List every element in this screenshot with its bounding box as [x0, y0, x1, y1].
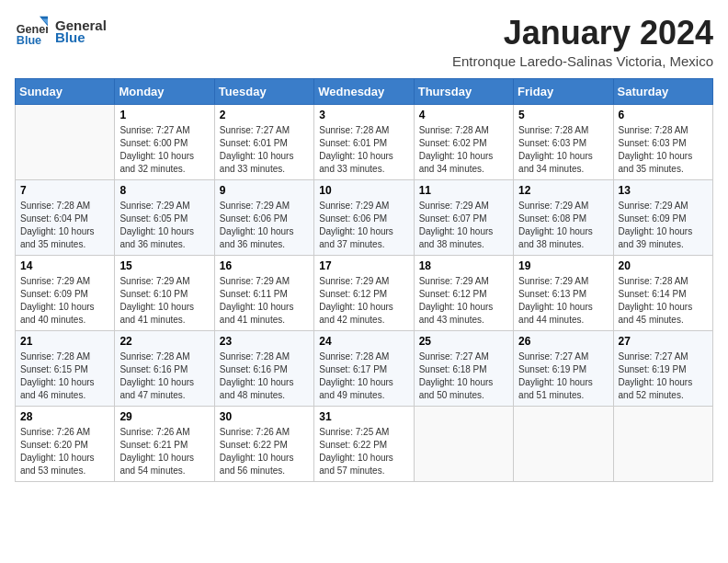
calendar-cell: 5Sunrise: 7:28 AM Sunset: 6:03 PM Daylig…	[514, 104, 613, 179]
calendar-cell: 4Sunrise: 7:28 AM Sunset: 6:02 PM Daylig…	[414, 104, 513, 179]
day-info: Sunrise: 7:27 AM Sunset: 6:19 PM Dayligh…	[619, 350, 708, 402]
calendar-cell	[414, 406, 513, 481]
day-number: 6	[619, 109, 708, 121]
calendar-cell	[514, 406, 613, 481]
day-info: Sunrise: 7:29 AM Sunset: 6:06 PM Dayligh…	[319, 200, 408, 251]
day-info: Sunrise: 7:29 AM Sunset: 6:11 PM Dayligh…	[220, 275, 309, 327]
calendar-cell	[613, 406, 712, 481]
day-info: Sunrise: 7:29 AM Sunset: 6:06 PM Dayligh…	[220, 200, 309, 251]
calendar-cell: 10Sunrise: 7:29 AM Sunset: 6:06 PM Dayli…	[314, 179, 414, 255]
calendar-week-1: 7Sunrise: 7:28 AM Sunset: 6:04 PM Daylig…	[16, 179, 713, 255]
day-info: Sunrise: 7:28 AM Sunset: 6:01 PM Dayligh…	[319, 124, 408, 176]
day-number: 17	[319, 259, 408, 272]
calendar-cell: 6Sunrise: 7:28 AM Sunset: 6:03 PM Daylig…	[613, 104, 712, 179]
header-day-wednesday: Wednesday	[314, 78, 414, 104]
day-number: 13	[619, 184, 708, 197]
day-info: Sunrise: 7:29 AM Sunset: 6:10 PM Dayligh…	[119, 275, 209, 327]
calendar-cell: 23Sunrise: 7:28 AM Sunset: 6:16 PM Dayli…	[214, 330, 313, 406]
calendar-cell: 26Sunrise: 7:27 AM Sunset: 6:19 PM Dayli…	[514, 330, 613, 406]
day-info: Sunrise: 7:28 AM Sunset: 6:04 PM Dayligh…	[20, 200, 109, 251]
day-number: 10	[319, 184, 408, 197]
calendar-cell: 20Sunrise: 7:28 AM Sunset: 6:14 PM Dayli…	[613, 255, 712, 330]
calendar-week-3: 21Sunrise: 7:28 AM Sunset: 6:15 PM Dayli…	[16, 330, 713, 406]
day-number: 16	[220, 259, 309, 272]
calendar-cell: 2Sunrise: 7:27 AM Sunset: 6:01 PM Daylig…	[214, 104, 313, 179]
day-number: 28	[20, 410, 109, 423]
day-number: 25	[419, 335, 508, 348]
day-info: Sunrise: 7:27 AM Sunset: 6:18 PM Dayligh…	[419, 350, 508, 402]
day-number: 26	[518, 335, 608, 348]
calendar-cell: 12Sunrise: 7:29 AM Sunset: 6:08 PM Dayli…	[514, 179, 613, 255]
day-info: Sunrise: 7:28 AM Sunset: 6:14 PM Dayligh…	[619, 275, 708, 327]
calendar-cell: 25Sunrise: 7:27 AM Sunset: 6:18 PM Dayli…	[414, 330, 513, 406]
day-info: Sunrise: 7:26 AM Sunset: 6:20 PM Dayligh…	[20, 426, 109, 477]
day-number: 8	[119, 184, 209, 197]
calendar-cell: 14Sunrise: 7:29 AM Sunset: 6:09 PM Dayli…	[16, 255, 115, 330]
title-area: January 2024 Entronque Laredo-Salinas Vi…	[452, 15, 713, 69]
day-info: Sunrise: 7:29 AM Sunset: 6:13 PM Dayligh…	[518, 275, 608, 327]
day-number: 21	[20, 335, 109, 348]
calendar-cell: 15Sunrise: 7:29 AM Sunset: 6:10 PM Dayli…	[115, 255, 214, 330]
day-number: 5	[518, 109, 608, 121]
day-info: Sunrise: 7:28 AM Sunset: 6:03 PM Dayligh…	[518, 124, 608, 176]
calendar-cell: 13Sunrise: 7:29 AM Sunset: 6:09 PM Dayli…	[613, 179, 712, 255]
day-number: 2	[220, 109, 309, 121]
calendar-cell: 21Sunrise: 7:28 AM Sunset: 6:15 PM Dayli…	[16, 330, 115, 406]
calendar-week-0: 1Sunrise: 7:27 AM Sunset: 6:00 PM Daylig…	[16, 104, 713, 179]
day-info: Sunrise: 7:27 AM Sunset: 6:19 PM Dayligh…	[518, 350, 608, 402]
svg-text:Blue: Blue	[17, 34, 41, 47]
day-number: 30	[220, 410, 309, 423]
day-number: 23	[220, 335, 309, 348]
calendar-cell: 18Sunrise: 7:29 AM Sunset: 6:12 PM Dayli…	[414, 255, 513, 330]
calendar-cell: 1Sunrise: 7:27 AM Sunset: 6:00 PM Daylig…	[115, 104, 214, 179]
day-number: 18	[419, 259, 508, 272]
calendar-cell: 27Sunrise: 7:27 AM Sunset: 6:19 PM Dayli…	[613, 330, 712, 406]
day-number: 4	[419, 109, 508, 121]
calendar-cell: 9Sunrise: 7:29 AM Sunset: 6:06 PM Daylig…	[214, 179, 313, 255]
day-number: 7	[20, 184, 109, 197]
day-number: 27	[619, 335, 708, 348]
header-day-tuesday: Tuesday	[214, 78, 313, 104]
calendar-cell: 31Sunrise: 7:25 AM Sunset: 6:22 PM Dayli…	[314, 406, 414, 481]
calendar-body: 1Sunrise: 7:27 AM Sunset: 6:00 PM Daylig…	[16, 104, 713, 481]
calendar-cell: 16Sunrise: 7:29 AM Sunset: 6:11 PM Dayli…	[214, 255, 313, 330]
day-info: Sunrise: 7:29 AM Sunset: 6:09 PM Dayligh…	[20, 275, 109, 327]
day-info: Sunrise: 7:29 AM Sunset: 6:05 PM Dayligh…	[119, 200, 209, 251]
day-info: Sunrise: 7:28 AM Sunset: 6:16 PM Dayligh…	[119, 350, 209, 402]
day-info: Sunrise: 7:29 AM Sunset: 6:12 PM Dayligh…	[319, 275, 408, 327]
calendar-cell: 11Sunrise: 7:29 AM Sunset: 6:07 PM Dayli…	[414, 179, 513, 255]
header-day-saturday: Saturday	[613, 78, 712, 104]
header-day-monday: Monday	[115, 78, 214, 104]
header-day-thursday: Thursday	[414, 78, 513, 104]
calendar-cell: 19Sunrise: 7:29 AM Sunset: 6:13 PM Dayli…	[514, 255, 613, 330]
calendar-week-4: 28Sunrise: 7:26 AM Sunset: 6:20 PM Dayli…	[16, 406, 713, 481]
calendar-cell	[16, 104, 115, 179]
logo: General Blue General Blue	[15, 15, 107, 48]
day-number: 22	[119, 335, 209, 348]
day-number: 24	[319, 335, 408, 348]
calendar-header: SundayMondayTuesdayWednesdayThursdayFrid…	[16, 78, 713, 104]
day-info: Sunrise: 7:28 AM Sunset: 6:17 PM Dayligh…	[319, 350, 408, 402]
day-info: Sunrise: 7:29 AM Sunset: 6:08 PM Dayligh…	[518, 200, 608, 251]
calendar-cell: 24Sunrise: 7:28 AM Sunset: 6:17 PM Dayli…	[314, 330, 414, 406]
calendar-cell: 30Sunrise: 7:26 AM Sunset: 6:22 PM Dayli…	[214, 406, 313, 481]
calendar-week-2: 14Sunrise: 7:29 AM Sunset: 6:09 PM Dayli…	[16, 255, 713, 330]
location-title: Entronque Laredo-Salinas Victoria, Mexic…	[452, 53, 713, 69]
day-info: Sunrise: 7:26 AM Sunset: 6:22 PM Dayligh…	[220, 426, 309, 477]
day-info: Sunrise: 7:28 AM Sunset: 6:15 PM Dayligh…	[20, 350, 109, 402]
calendar-cell: 3Sunrise: 7:28 AM Sunset: 6:01 PM Daylig…	[314, 104, 414, 179]
calendar-cell: 29Sunrise: 7:26 AM Sunset: 6:21 PM Dayli…	[115, 406, 214, 481]
day-info: Sunrise: 7:27 AM Sunset: 6:00 PM Dayligh…	[119, 124, 209, 176]
calendar-cell: 17Sunrise: 7:29 AM Sunset: 6:12 PM Dayli…	[314, 255, 414, 330]
calendar-cell: 28Sunrise: 7:26 AM Sunset: 6:20 PM Dayli…	[16, 406, 115, 481]
day-number: 3	[319, 109, 408, 121]
day-number: 1	[119, 109, 209, 121]
page-header: General Blue General Blue January 2024 E…	[15, 15, 713, 69]
day-number: 29	[119, 410, 209, 423]
day-info: Sunrise: 7:29 AM Sunset: 6:09 PM Dayligh…	[619, 200, 708, 251]
day-info: Sunrise: 7:27 AM Sunset: 6:01 PM Dayligh…	[220, 124, 309, 176]
day-number: 12	[518, 184, 608, 197]
header-row: SundayMondayTuesdayWednesdayThursdayFrid…	[16, 78, 713, 104]
logo-icon: General Blue	[15, 15, 48, 48]
day-number: 20	[619, 259, 708, 272]
